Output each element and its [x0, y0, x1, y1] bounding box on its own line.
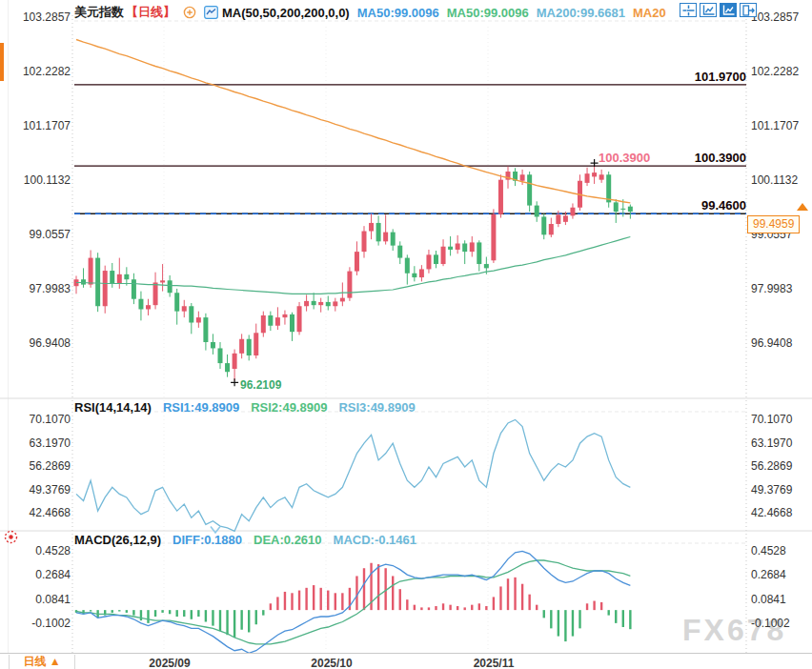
y-axis-tick: 103.2857 — [751, 10, 810, 24]
hline-label-101-97: 101.9700 — [651, 70, 746, 84]
chart-app: 美元指数 【日线】 MA(50,50,200,200,0,0) MA50:99.… — [0, 0, 812, 669]
y-axis-tick: 49.3769 — [2, 483, 71, 497]
y-axis-tick: 0.2684 — [751, 568, 810, 581]
y-axis-tick: 102.2282 — [751, 65, 810, 78]
y-axis-tick: 100.1132 — [2, 173, 71, 187]
swing-low-label: 96.2109 — [240, 378, 281, 392]
x-axis-month-label: 2025/09 — [136, 657, 203, 669]
y-axis-tick: 0.0841 — [751, 593, 810, 606]
chart-canvas[interactable] — [0, 0, 812, 669]
macd-name: MACD(26,12,9) — [74, 533, 161, 547]
hline-label-100-39-pink: 100.3900 — [599, 151, 684, 165]
y-axis-tick: 70.1070 — [751, 413, 810, 426]
ma-settings-icon[interactable] — [204, 6, 218, 19]
y-axis-tick: 96.9408 — [751, 336, 810, 350]
y-axis-tick: 56.2869 — [751, 459, 810, 473]
x-axis-month-label: 2025/10 — [298, 657, 365, 669]
macd-dea-value: DEA:0.2610 — [254, 533, 322, 547]
y-axis-tick: -0.1002 — [2, 617, 71, 630]
y-axis-tick: -0.1002 — [751, 617, 810, 630]
left-scrollbar-thumb[interactable] — [0, 43, 4, 81]
y-axis-tick: 49.3769 — [751, 483, 810, 497]
collapse-right-icon[interactable] — [740, 3, 757, 17]
crosshair-icon[interactable] — [680, 3, 697, 17]
rsi-header: RSI(14,14,14) RSI1:49.8909 RSI2:49.8909 … — [74, 400, 416, 415]
y-axis-tick: 56.2869 — [2, 459, 71, 473]
rsi-name: RSI(14,14,14) — [74, 400, 152, 415]
rsi3-value: RSI3:49.8909 — [338, 400, 415, 415]
ma-group-label: MA(50,50,200,200,0,0) — [222, 6, 350, 20]
macd-macd-value: MACD:-0.1461 — [334, 533, 416, 547]
macd-diff-value: DIFF:0.1880 — [173, 533, 242, 547]
macd-header: MACD(26,12,9) DIFF:0.1880 DEA:0.2610 MAC… — [74, 533, 416, 547]
ma200-value: MA200:99.6681 — [537, 6, 625, 20]
y-axis-tick: 102.2282 — [2, 65, 71, 78]
rsi1-value: RSI1:49.8909 — [163, 400, 239, 415]
current-price-tag: 99.4959 — [747, 215, 800, 233]
alert-sun-icon[interactable] — [3, 529, 19, 549]
ma50-value-blue: MA50:99.0096 — [357, 6, 439, 20]
y-axis-tick: 97.9983 — [2, 282, 71, 295]
y-axis-tick: 0.2684 — [2, 568, 71, 581]
x-axis-month-label: 2025/11 — [460, 657, 527, 669]
y-axis-tick: 70.1070 — [2, 413, 71, 426]
y-axis-tick: 63.1970 — [2, 436, 71, 450]
ma20-label: MA20 — [633, 6, 666, 20]
add-indicator-icon[interactable] — [183, 6, 196, 19]
period-label: 【日线】 — [126, 4, 175, 21]
y-axis-tick: 42.4668 — [2, 506, 71, 519]
y-axis-tick: 0.0841 — [2, 593, 71, 606]
rsi2-value: RSI2:49.8909 — [251, 400, 327, 415]
y-axis-tick: 99.0557 — [2, 228, 71, 241]
chart-toolbar — [680, 3, 757, 17]
y-axis-tick: 63.1970 — [751, 436, 810, 450]
y-axis-tick: 96.9408 — [2, 336, 71, 350]
y-axis-tick: 97.9983 — [751, 282, 810, 295]
hline-label-99-46: 99.4600 — [651, 198, 746, 213]
y-axis-tick: 101.1707 — [751, 119, 810, 132]
y-axis-tick: 101.1707 — [2, 119, 71, 132]
chart-scale-icon[interactable] — [700, 3, 717, 17]
tab-daily-period[interactable]: 日线 ▲ — [9, 655, 75, 669]
y-axis-tick: 42.4668 — [751, 506, 810, 519]
footer-bar: 日线 ▲ 2025/09 2025/10 2025/11 — [0, 653, 812, 669]
y-axis-tick: 103.2857 — [2, 10, 71, 24]
ma50-value-green: MA50:99.0096 — [447, 6, 529, 20]
symbol-title: 美元指数 — [74, 4, 124, 21]
y-axis-tick: 0.4528 — [751, 544, 810, 558]
chart-scale-active-icon[interactable] — [720, 3, 737, 17]
price-up-arrow-icon — [797, 203, 808, 211]
y-axis-tick: 100.1132 — [751, 173, 810, 187]
chart-header: 美元指数 【日线】 MA(50,50,200,200,0,0) MA50:99.… — [74, 4, 666, 21]
